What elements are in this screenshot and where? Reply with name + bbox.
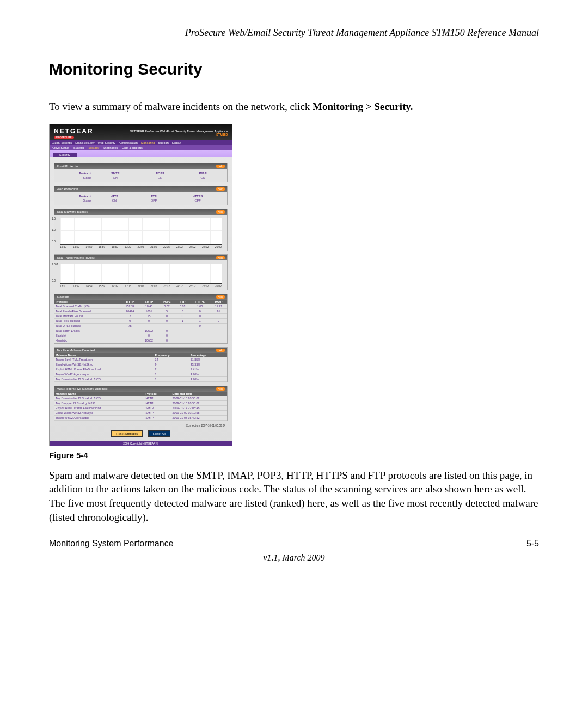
recent5-row: Email-Worm.Win32.NetSky.qSMTP2009-01-09 … xyxy=(54,410,227,415)
top5-table: Malware Name Frequency Percentage Trojan… xyxy=(54,353,227,382)
status-http: ON xyxy=(93,198,136,203)
ylabel: 1.5 xyxy=(52,217,56,220)
connections-counter: Connections 2007-10-01 00:00:04 xyxy=(56,424,225,427)
recent5-row: Trojan.Win32.Agent.aspuSMTP2009-01-08 16… xyxy=(54,415,227,420)
status-imap: ON xyxy=(182,175,224,180)
stats-row: Total Emails/Files Scanned20494100155091 xyxy=(54,308,227,313)
top5-row: Troj.Downloader.JS.Small.sh.3.CD13.70% xyxy=(54,376,227,381)
top5-row: Trojan-Spy.HTML.Fraud.gen1451.85% xyxy=(54,357,227,362)
menu-web-security[interactable]: Web Security xyxy=(97,141,115,144)
col-smtp: SMTP xyxy=(93,171,138,175)
netgear-admin-screenshot: NETGEAR PROSECURE NETGEAR ProSecure Web/… xyxy=(49,124,232,446)
reset-all-button[interactable]: Reset All xyxy=(148,430,170,437)
stats-row: Total Malware Found2150000 xyxy=(54,313,227,318)
chart-malware: 1.5 1.0 0.5 xyxy=(60,218,222,245)
col-imap: IMAP xyxy=(182,171,224,175)
main-menu: Global Settings Email Security Web Secur… xyxy=(50,140,232,145)
help-icon[interactable]: Help xyxy=(216,387,225,391)
panel-top5-malware: Top Five Malware Detected Help Malware N… xyxy=(54,347,228,382)
panel-title-statistics: Statistics xyxy=(57,295,69,299)
help-icon[interactable]: Help xyxy=(216,256,225,259)
submenu-security[interactable]: Security xyxy=(88,146,99,149)
col-ftp: FTP xyxy=(136,194,171,198)
recent5-row: Troj.Dropper.JS.Small.g.14291HTTP2009-01… xyxy=(54,400,227,405)
stats-row: Total URLs Blocked750 xyxy=(54,323,227,328)
tab-security[interactable]: Security xyxy=(53,153,77,157)
ylabel: 0.5 xyxy=(52,240,56,243)
panel-total-traffic: Total Traffic Volume (bytes) Help 1.5M 0… xyxy=(54,254,228,290)
row-protocol-label: Protocol xyxy=(58,171,93,175)
menu-administration[interactable]: Administration xyxy=(119,141,138,144)
menu-email-security[interactable]: Email Security xyxy=(75,141,94,144)
model-name: STM150 xyxy=(130,133,228,137)
row-status-label: Status xyxy=(58,198,93,203)
recent5-row: Exploit.HTML.Iframe.FileDownloadSMTP2009… xyxy=(54,405,227,410)
stats-row: Total Spam Emails106020 xyxy=(54,328,227,333)
recent5-table: Malware Name Protocol Date and Time Troj… xyxy=(54,392,227,421)
menu-monitoring[interactable]: Monitoring xyxy=(141,141,155,144)
col-http: HTTP xyxy=(93,194,136,198)
panel-title-top5: Top Five Malware Detected xyxy=(57,349,95,352)
stats-row: Blacklist00 xyxy=(54,333,227,338)
top5-row: Exploit.HTML.Iframe.FileDownload27.41% xyxy=(54,367,227,372)
reset-statistics-button[interactable]: Reset Statistics xyxy=(111,430,143,437)
page-header: ProSecure Web/Email Security Threat Mana… xyxy=(49,27,539,39)
panel-email-protection: Email Protection Help Protocol SMTP POP3… xyxy=(54,163,228,182)
panel-title-recent5: Most Recent Five Malware Detected xyxy=(57,387,107,391)
intro-paragraph: To view a summary of malware incidents o… xyxy=(49,100,539,114)
intro-bold: Monitoring > Security. xyxy=(313,101,413,112)
footer-copyright: 2009 Copyright NETGEAR © xyxy=(50,441,232,446)
logo: NETGEAR xyxy=(54,127,94,135)
help-icon[interactable]: Help xyxy=(216,210,225,214)
footer-left: Monitoring System Performance xyxy=(49,539,174,549)
status-smtp: ON xyxy=(93,175,138,180)
sub-menu: Active Status Statistic Security Diagnos… xyxy=(50,145,232,150)
description-paragraph: Spam and malware detected on the SMTP, I… xyxy=(49,468,539,525)
xaxis-traffic: 13:00 13:59 14:59 15:59 19:09 20:05 21:0… xyxy=(60,285,222,288)
stats-row: Heuristic106020 xyxy=(54,338,227,343)
footer-right: 5-5 xyxy=(526,539,539,549)
panel-total-malware-blocked: Total Malware Blocked Help 1.5 1.0 0.5 xyxy=(54,209,228,251)
status-ftp: OFF xyxy=(136,198,171,203)
chart-traffic: 1.5M 0.0 xyxy=(60,264,222,284)
col-https: HTTPS xyxy=(171,194,224,198)
xaxis-malware: 12:59 13:59 14:59 15:59 16:59 19:09 20:0… xyxy=(60,246,222,248)
submenu-statistic[interactable]: Statistic xyxy=(74,146,84,149)
stats-row: Total Scanned Traffic (KB)152.3418.450.0… xyxy=(54,304,227,309)
footer-version: v1.1, March 2009 xyxy=(49,553,539,563)
panel-title-malware-chart: Total Malware Blocked xyxy=(57,210,88,214)
panel-statistics: Statistics Help Protocol HTTP SMTP POP3 … xyxy=(54,294,228,344)
help-icon[interactable]: Help xyxy=(216,187,225,191)
menu-global-settings[interactable]: Global Settings xyxy=(52,141,72,144)
ylabel: 1.5M xyxy=(52,263,58,266)
appliance-name: NETGEAR ProSecure Web/Email Security Thr… xyxy=(130,130,228,133)
row-protocol-label: Protocol xyxy=(58,194,93,198)
help-icon[interactable]: Help xyxy=(216,165,225,168)
panel-title-web: Web Protection xyxy=(57,187,78,191)
menu-support[interactable]: Support xyxy=(158,141,169,144)
panel-recent5-malware: Most Recent Five Malware Detected Help M… xyxy=(54,386,228,421)
heading-rule xyxy=(49,82,539,82)
figure-label: Figure 5-4 xyxy=(49,451,539,460)
header-rule xyxy=(49,41,539,41)
figure-5-4: NETGEAR PROSECURE NETGEAR ProSecure Web/… xyxy=(49,124,539,446)
panel-title-email: Email Protection xyxy=(57,165,79,168)
menu-logout[interactable]: Logout xyxy=(172,141,181,144)
page-footer: Monitoring System Performance 5-5 v1.1, … xyxy=(49,535,539,563)
help-icon[interactable]: Help xyxy=(216,349,225,352)
help-icon[interactable]: Help xyxy=(216,295,225,299)
stats-row: Total Files Blocked000110 xyxy=(54,318,227,323)
section-heading: Monitoring Security xyxy=(49,60,539,78)
col-pop3: POP3 xyxy=(138,171,182,175)
top5-row: Trojan.Win32.Agent.aspu13.70% xyxy=(54,372,227,376)
status-https: OFF xyxy=(171,198,224,203)
submenu-diagnostic[interactable]: Diagnostic xyxy=(103,146,118,149)
submenu-logs-reports[interactable]: Logs & Reports xyxy=(122,146,143,149)
app-header: NETGEAR PROSECURE NETGEAR ProSecure Web/… xyxy=(50,124,232,140)
submenu-active-status[interactable]: Active Status xyxy=(52,146,69,149)
panel-web-protection: Web Protection Help Protocol HTTP FTP HT… xyxy=(54,186,228,205)
row-status-label: Status xyxy=(58,175,93,180)
logo-sub: PROSECURE xyxy=(54,136,74,139)
intro-text: To view a summary of malware incidents o… xyxy=(49,101,313,112)
ylabel: 1.0 xyxy=(52,228,56,232)
